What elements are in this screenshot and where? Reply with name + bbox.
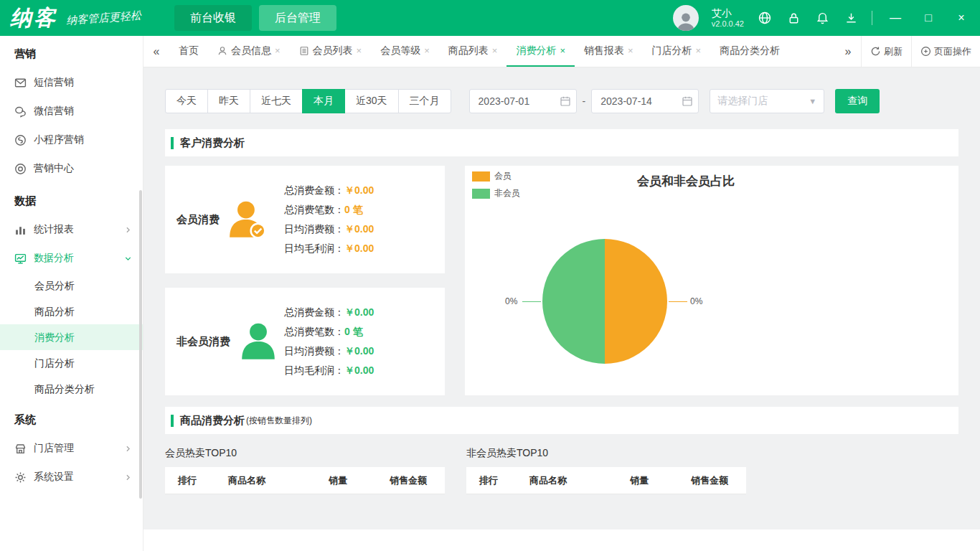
- nonmember-person-icon: [237, 321, 279, 362]
- range-today-button[interactable]: 今天: [165, 89, 208, 113]
- nonmember-card-left: 非会员消费: [176, 321, 284, 362]
- app-logo: 纳客: [10, 0, 57, 36]
- pie-chart[interactable]: [542, 239, 667, 364]
- stat-row: 日均毛利润：￥0.00: [284, 364, 374, 377]
- sidebar-item-miniprogram-marketing[interactable]: 小程序营销: [0, 126, 143, 154]
- member-card-left: 会员消费: [176, 199, 284, 240]
- table-title: 非会员热卖TOP10: [466, 447, 746, 460]
- legend-nonmember[interactable]: 非会员: [472, 187, 520, 199]
- tab-close-icon[interactable]: ×: [357, 45, 362, 56]
- page-operations-button[interactable]: 页面操作: [911, 36, 980, 67]
- stat-value: ￥0.00: [344, 345, 374, 358]
- lock-icon[interactable]: [786, 10, 801, 26]
- tabs-scroll-right-icon[interactable]: »: [835, 45, 861, 58]
- refresh-button[interactable]: 刷新: [861, 36, 911, 67]
- stat-value: ￥0.00: [344, 242, 374, 255]
- content-area: « 首页 会员信息 × 会员列表 × 会员等级 ×: [143, 36, 980, 551]
- nav-tab-admin[interactable]: 后台管理: [259, 5, 336, 31]
- sidebar-item-data-analysis[interactable]: 数据分析: [0, 244, 143, 273]
- date-range-group: 今天 昨天 近七天 本月 近30天 三个月: [165, 89, 451, 113]
- globe-icon[interactable]: [757, 10, 773, 26]
- chevron-right-icon: [123, 225, 133, 235]
- top10-tables: 会员热卖TOP10 排行 商品名称 销量 销售金额 非会员热卖TOP10 排行 …: [165, 434, 958, 494]
- query-button[interactable]: 查询: [835, 89, 880, 113]
- stat-row: 总消费笔数：0 笔: [284, 204, 374, 217]
- refresh-icon: [870, 46, 881, 57]
- bell-icon[interactable]: [814, 10, 830, 26]
- maximize-button[interactable]: □: [918, 0, 938, 36]
- tab-product-list[interactable]: 商品列表 ×: [439, 36, 507, 67]
- member-person-icon: [227, 199, 268, 240]
- tab-label: 门店分析: [652, 44, 692, 57]
- sidebar-item-store-management[interactable]: 门店管理: [0, 434, 143, 463]
- stat-row: 总消费笔数：0 笔: [284, 326, 374, 339]
- pie-leader-line-left: [522, 301, 541, 302]
- tab-close-icon[interactable]: ×: [275, 45, 281, 56]
- member-card-rows: 总消费金额：￥0.00 总消费笔数：0 笔 日均消费额：￥0.00 日均毛利润：…: [284, 184, 374, 255]
- range-last7days-button[interactable]: 近七天: [250, 89, 303, 113]
- sidebar-scrollbar[interactable]: [139, 190, 142, 499]
- tab-category-analysis[interactable]: 商品分类分析: [710, 36, 789, 67]
- page-operations-icon: [920, 46, 931, 57]
- column-header-amount: 销售金额: [691, 474, 759, 487]
- sidebar-item-system-settings[interactable]: 系统设置: [0, 463, 143, 491]
- avatar[interactable]: [673, 5, 699, 31]
- sidebar-subitem-store-analysis[interactable]: 门店分析: [0, 350, 143, 376]
- tab-sales-report[interactable]: 销售报表 ×: [575, 36, 643, 67]
- minimize-button[interactable]: —: [885, 0, 905, 36]
- section-accent-bar: [171, 415, 174, 427]
- sidebar-item-wechat-marketing[interactable]: 微信营销: [0, 97, 143, 126]
- tab-close-icon[interactable]: ×: [696, 45, 702, 56]
- sidebar: 营销 短信营销 微信营销 小程序营销 营销中心 数据 统计报表 数据分析: [0, 36, 143, 551]
- nav-tab-cashier[interactable]: 前台收银: [174, 5, 252, 31]
- tab-member-list[interactable]: 会员列表 ×: [290, 36, 372, 67]
- tab-home[interactable]: 首页: [169, 36, 208, 67]
- tab-store-analysis[interactable]: 门店分析 ×: [643, 36, 711, 67]
- sidebar-item-statistics-report[interactable]: 统计报表: [0, 215, 143, 244]
- tab-close-icon[interactable]: ×: [560, 45, 565, 56]
- tab-member-info[interactable]: 会员信息 ×: [208, 36, 290, 67]
- close-button[interactable]: ×: [951, 0, 971, 36]
- list-icon: [299, 46, 309, 56]
- store-select[interactable]: 请选择门店 ▼: [710, 89, 824, 113]
- open-tabs: 首页 会员信息 × 会员列表 × 会员等级 × 商品列表: [169, 36, 789, 67]
- stat-label: 日均消费额：: [284, 223, 344, 236]
- section-title: 客户消费分析: [180, 136, 245, 150]
- sidebar-item-marketing-center[interactable]: 营销中心: [0, 154, 143, 183]
- sidebar-subitem-member-analysis[interactable]: 会员分析: [0, 273, 143, 298]
- chart-legend: 会员 非会员: [472, 170, 520, 204]
- legend-swatch-nonmember: [472, 189, 490, 199]
- legend-label: 会员: [494, 170, 512, 182]
- range-yesterday-button[interactable]: 昨天: [207, 89, 250, 113]
- range-last30days-button[interactable]: 近30天: [344, 89, 399, 113]
- sidebar-subitem-category-analysis[interactable]: 商品分类分析: [0, 376, 143, 402]
- stat-label: 总消费金额：: [284, 184, 344, 197]
- sidebar-subitem-product-analysis[interactable]: 商品分析: [0, 298, 143, 324]
- stat-label: 总消费笔数：: [284, 326, 344, 339]
- download-icon[interactable]: [843, 10, 859, 26]
- legend-member[interactable]: 会员: [472, 170, 520, 182]
- member-card-title: 会员消费: [176, 213, 220, 227]
- sidebar-item-label: 统计报表: [34, 223, 74, 236]
- stat-value: 0 笔: [344, 204, 363, 217]
- tabbar-ops: » 刷新 页面操作: [835, 36, 980, 67]
- user-block[interactable]: 艾小 v2.0.0.42: [712, 7, 744, 29]
- column-header-amount: 销售金额: [390, 474, 458, 487]
- tab-member-level[interactable]: 会员等级 ×: [371, 36, 439, 67]
- horizontal-scrollbar[interactable]: [143, 529, 980, 551]
- sidebar-section-marketing: 营销: [0, 36, 143, 68]
- stat-row: 总消费金额：￥0.00: [284, 306, 374, 319]
- tabs-scroll-left-icon[interactable]: «: [143, 36, 169, 67]
- tab-close-icon[interactable]: ×: [628, 45, 633, 56]
- tab-close-icon[interactable]: ×: [492, 45, 498, 56]
- range-thismonth-button[interactable]: 本月: [302, 89, 345, 113]
- sidebar-item-sms-marketing[interactable]: 短信营销: [0, 68, 143, 97]
- sidebar-subitem-consumption-analysis[interactable]: 消费分析: [0, 324, 143, 350]
- store-icon: [14, 443, 27, 455]
- tab-close-icon[interactable]: ×: [424, 45, 430, 56]
- stat-row: 日均消费额：￥0.00: [284, 345, 374, 358]
- tab-consumption-analysis[interactable]: 消费分析 ×: [507, 36, 575, 67]
- range-threemonths-button[interactable]: 三个月: [398, 89, 451, 113]
- legend-label: 非会员: [494, 187, 520, 199]
- column-header-product: 商品名称: [228, 474, 329, 487]
